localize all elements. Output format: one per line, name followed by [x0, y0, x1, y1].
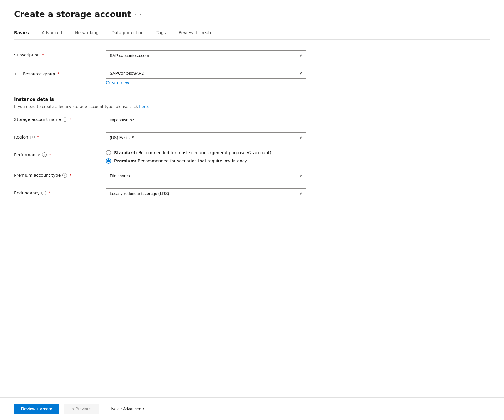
- performance-premium-radio[interactable]: [106, 158, 111, 164]
- region-info-icon[interactable]: i: [30, 135, 35, 139]
- storage-account-name-row: Storage account name i *: [14, 115, 490, 125]
- tab-basics[interactable]: Basics: [14, 27, 35, 39]
- page-title: Create a storage account: [14, 9, 131, 19]
- redundancy-select[interactable]: Locally-redundant storage (LRS): [106, 188, 306, 199]
- performance-info-icon[interactable]: i: [42, 152, 47, 157]
- subscription-row: Subscription * SAP sapcontoso.com: [14, 50, 490, 61]
- region-row: Region i * (US) East US: [14, 132, 490, 143]
- resource-group-control: SAPContosoSAP2 Create new: [106, 68, 306, 85]
- premium-account-type-required: *: [69, 173, 71, 177]
- tab-review-create[interactable]: Review + create: [179, 27, 218, 39]
- performance-standard-label: Standard: Recommended for most scenarios…: [114, 150, 271, 155]
- region-label: Region i *: [14, 132, 96, 139]
- tab-networking[interactable]: Networking: [75, 27, 104, 39]
- resource-group-select-wrapper[interactable]: SAPContosoSAP2: [106, 68, 306, 79]
- subscription-select-wrapper[interactable]: SAP sapcontoso.com: [106, 50, 306, 61]
- region-required: *: [37, 135, 39, 139]
- subscription-control: SAP sapcontoso.com: [106, 50, 306, 61]
- storage-account-name-label: Storage account name i *: [14, 115, 96, 122]
- resource-group-select[interactable]: SAPContosoSAP2: [106, 68, 306, 79]
- subscription-select[interactable]: SAP sapcontoso.com: [106, 50, 306, 61]
- premium-account-type-control: File shares: [106, 171, 306, 181]
- performance-radio-group: Standard: Recommended for most scenarios…: [106, 150, 306, 164]
- tab-advanced[interactable]: Advanced: [42, 27, 68, 39]
- instance-details-title: Instance details: [14, 97, 490, 102]
- performance-standard-radio[interactable]: [106, 150, 111, 155]
- premium-account-type-select-wrapper[interactable]: File shares: [106, 171, 306, 181]
- storage-account-name-required: *: [70, 117, 71, 121]
- redundancy-row: Redundancy i * Locally-redundant storage…: [14, 188, 490, 199]
- review-create-button[interactable]: Review + create: [14, 404, 59, 414]
- redundancy-required: *: [49, 191, 50, 195]
- premium-account-type-select[interactable]: File shares: [106, 171, 306, 181]
- previous-button[interactable]: < Previous: [64, 404, 99, 414]
- indent-line: └: [14, 70, 19, 77]
- redundancy-info-icon[interactable]: i: [41, 191, 46, 195]
- redundancy-label: Redundancy i *: [14, 188, 96, 195]
- performance-premium-option[interactable]: Premium: Recommended for scenarios that …: [106, 158, 306, 164]
- performance-standard-option[interactable]: Standard: Recommended for most scenarios…: [106, 150, 306, 155]
- performance-required: *: [49, 153, 51, 157]
- create-new-link[interactable]: Create new: [106, 80, 129, 85]
- redundancy-control: Locally-redundant storage (LRS): [106, 188, 306, 199]
- subscription-required: *: [42, 53, 44, 57]
- premium-account-type-label: Premium account type i *: [14, 171, 96, 178]
- more-options-button[interactable]: ···: [135, 11, 142, 18]
- subscription-label: Subscription *: [14, 50, 96, 57]
- performance-row: Performance i * Standard: Recommended fo…: [14, 150, 490, 164]
- resource-group-label-col: └ Resource group *: [14, 68, 96, 77]
- instance-details-subtitle: If you need to create a legacy storage a…: [14, 104, 490, 109]
- performance-label: Performance i *: [14, 150, 96, 157]
- premium-account-type-row: Premium account type i * File shares: [14, 171, 490, 181]
- instance-details-section: Instance details If you need to create a…: [14, 92, 490, 109]
- resource-group-required: *: [57, 72, 59, 76]
- region-control: (US) East US: [106, 132, 306, 143]
- next-advanced-button[interactable]: Next : Advanced >: [104, 404, 152, 414]
- tab-nav: Basics Advanced Networking Data protecti…: [14, 27, 490, 40]
- redundancy-select-wrapper[interactable]: Locally-redundant storage (LRS): [106, 188, 306, 199]
- storage-account-name-input[interactable]: [106, 115, 306, 125]
- premium-account-type-info-icon[interactable]: i: [62, 173, 67, 178]
- performance-premium-label: Premium: Recommended for scenarios that …: [114, 159, 248, 163]
- footer: Review + create < Previous Next : Advanc…: [0, 397, 504, 420]
- resource-group-row: └ Resource group * SAPContosoSAP2 Create…: [14, 68, 490, 85]
- performance-control: Standard: Recommended for most scenarios…: [106, 150, 306, 164]
- region-select[interactable]: (US) East US: [106, 132, 306, 143]
- legacy-storage-link[interactable]: here.: [139, 104, 149, 109]
- storage-account-name-info-icon[interactable]: i: [63, 117, 67, 122]
- region-select-wrapper[interactable]: (US) East US: [106, 132, 306, 143]
- tab-data-protection[interactable]: Data protection: [111, 27, 149, 39]
- tab-tags[interactable]: Tags: [157, 27, 172, 39]
- storage-account-name-control: [106, 115, 306, 125]
